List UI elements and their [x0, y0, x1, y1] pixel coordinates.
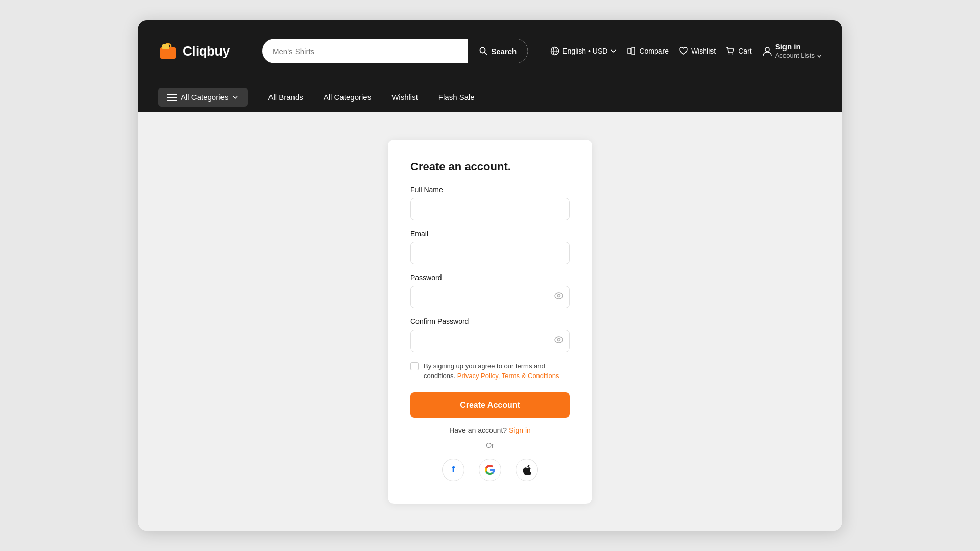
search-input[interactable]: [262, 39, 468, 63]
compare-icon: [627, 46, 636, 56]
logo[interactable]: Cliqbuy: [158, 41, 240, 61]
svg-line-3: [485, 53, 487, 55]
svg-point-10: [732, 53, 733, 54]
menu-icon: [167, 94, 177, 101]
svg-rect-8: [632, 47, 635, 55]
social-login-row: f: [410, 459, 570, 481]
compare-label: Compare: [639, 47, 669, 55]
apple-icon: [522, 464, 531, 475]
chevron-down-small-icon: [817, 54, 822, 59]
full-name-label: Full Name: [410, 186, 570, 194]
svg-rect-1: [162, 44, 169, 49]
main-content: Create an account. Full Name Email Passw…: [138, 112, 842, 531]
password-wrapper: [410, 286, 570, 308]
logo-icon: [158, 41, 178, 61]
terms-row: By signing up you agree to our terms and…: [410, 361, 570, 381]
email-label: Email: [410, 230, 570, 238]
nav-all-categories[interactable]: All Categories: [324, 93, 371, 102]
chevron-down-nav-icon: [232, 94, 238, 101]
navigation: All Categories All Brands All Categories…: [138, 82, 842, 112]
form-title: Create an account.: [410, 160, 570, 173]
confirm-password-group: Confirm Password: [410, 317, 570, 352]
cart-label: Cart: [738, 47, 751, 55]
cart-button[interactable]: Cart: [726, 46, 751, 56]
search-button[interactable]: Search: [468, 39, 528, 63]
email-input[interactable]: [410, 242, 570, 264]
svg-point-16: [558, 294, 560, 297]
app-wrapper: Cliqbuy Search English • USD: [138, 20, 842, 531]
svg-point-17: [555, 337, 563, 343]
chevron-down-icon: [610, 48, 617, 54]
terms-checkbox[interactable]: [410, 362, 419, 370]
create-account-button[interactable]: Create Account: [410, 392, 570, 418]
svg-point-9: [729, 53, 730, 54]
email-group: Email: [410, 230, 570, 264]
full-name-input[interactable]: [410, 198, 570, 220]
language-selector[interactable]: English • USD: [550, 46, 617, 56]
user-icon: [762, 46, 772, 56]
nav-all-brands[interactable]: All Brands: [268, 93, 303, 102]
facebook-icon: f: [452, 464, 455, 475]
password-group: Password: [410, 273, 570, 308]
all-categories-button[interactable]: All Categories: [158, 88, 248, 107]
terms-link[interactable]: Privacy Policy, Terms & Conditions: [457, 372, 559, 380]
sign-in-block: Sign in Account Lists: [775, 42, 822, 60]
sign-in-link[interactable]: Sign in: [509, 426, 531, 434]
svg-point-11: [765, 47, 769, 52]
nav-flash-sale[interactable]: Flash Sale: [438, 93, 475, 102]
have-account-text: Have an account? Sign in: [410, 426, 570, 434]
confirm-password-wrapper: [410, 330, 570, 352]
full-name-group: Full Name: [410, 186, 570, 220]
password-label: Password: [410, 273, 570, 282]
heart-icon: [679, 46, 688, 56]
confirm-password-toggle-icon[interactable]: [554, 336, 564, 345]
terms-text: By signing up you agree to our terms and…: [424, 361, 570, 381]
svg-point-15: [555, 293, 563, 299]
facebook-login-button[interactable]: f: [442, 459, 464, 481]
compare-button[interactable]: Compare: [627, 46, 669, 56]
search-button-label: Search: [491, 47, 517, 56]
wishlist-label: Wishlist: [691, 47, 716, 55]
language-label: English • USD: [562, 47, 607, 55]
password-toggle-icon[interactable]: [554, 292, 564, 302]
nav-wishlist[interactable]: Wishlist: [391, 93, 418, 102]
account-lists-label: Account Lists: [775, 52, 822, 60]
confirm-password-input[interactable]: [410, 330, 570, 352]
apple-login-button[interactable]: [516, 459, 538, 481]
search-bar: Search: [262, 39, 528, 63]
or-divider: Or: [410, 441, 570, 449]
header: Cliqbuy Search English • USD: [138, 20, 842, 82]
all-categories-label: All Categories: [181, 93, 228, 102]
create-account-card: Create an account. Full Name Email Passw…: [388, 140, 592, 504]
account-button[interactable]: Sign in Account Lists: [762, 42, 822, 60]
svg-point-18: [558, 338, 560, 341]
google-icon: [485, 465, 495, 475]
header-actions: English • USD Compare Wishlist: [550, 42, 822, 60]
search-icon: [479, 47, 487, 55]
password-input[interactable]: [410, 286, 570, 308]
google-login-button[interactable]: [479, 459, 501, 481]
logo-text: Cliqbuy: [183, 43, 230, 59]
globe-icon: [550, 46, 559, 56]
wishlist-button[interactable]: Wishlist: [679, 46, 716, 56]
sign-in-label: Sign in: [775, 42, 801, 52]
svg-rect-7: [628, 48, 631, 54]
confirm-password-label: Confirm Password: [410, 317, 570, 325]
cart-icon: [726, 46, 735, 56]
